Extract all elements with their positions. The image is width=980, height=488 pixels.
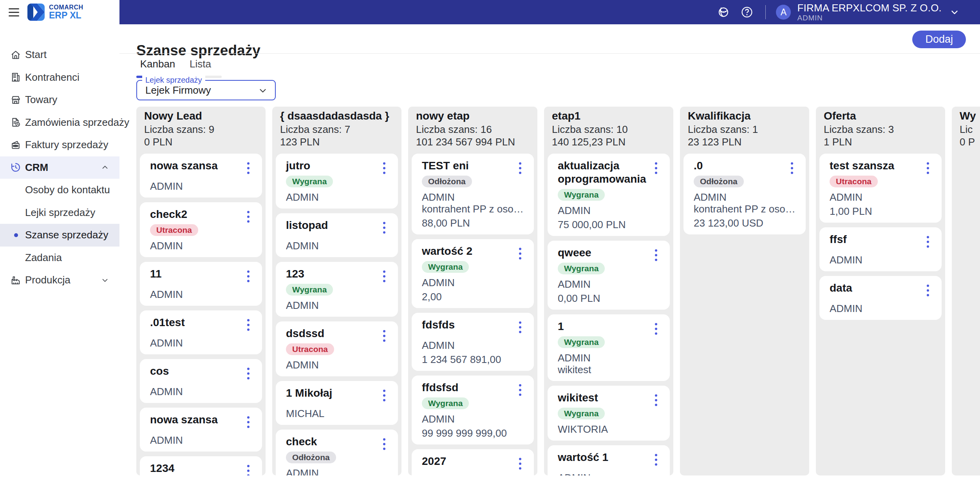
card-menu-button[interactable] — [242, 318, 254, 332]
kanban-card[interactable]: .0OdłożonaADMINkontrahent PP z osobami i… — [683, 154, 806, 234]
kanban-card[interactable]: TEST eniOdłożonaADMINkontrahent PP z oso… — [412, 154, 534, 234]
sidebar-item-osoby-do-kontaktu[interactable]: Osoby do kontaktu — [0, 179, 119, 201]
kanban-card[interactable]: listopadADMIN — [276, 213, 398, 257]
kanban-card[interactable]: qweeeWygranaADMIN0,00 PLN — [548, 241, 670, 310]
card-menu-button[interactable] — [378, 389, 390, 402]
help-icon[interactable] — [740, 5, 754, 19]
topbar-divider — [765, 5, 766, 19]
kanban-card[interactable]: dsdssdUtraconaADMIN — [276, 321, 398, 376]
card-menu-button[interactable] — [786, 161, 798, 175]
company-menu[interactable]: FIRMA ERPXLCOM SP. Z O.O. ADMIN — [797, 2, 942, 22]
kanban-card[interactable]: nowa szansaADMIN — [140, 154, 262, 198]
kanban-card[interactable]: .01testADMIN — [140, 310, 262, 354]
card-menu-button[interactable] — [378, 161, 390, 175]
kanban-card[interactable]: dataADMIN — [819, 276, 942, 320]
column-total-value: 140 125,23 PLN — [552, 136, 665, 148]
kanban-card[interactable]: 1WygranaADMINwikitest — [548, 314, 670, 381]
kanban-card[interactable]: check2UtraconaADMIN — [140, 202, 262, 257]
card-menu-button[interactable] — [378, 329, 390, 343]
card-menu-button[interactable] — [922, 235, 934, 249]
sidebar-item-start[interactable]: Start — [0, 44, 119, 66]
sidebar-item-faktury-sprzeda-y[interactable]: Faktury sprzedaży — [0, 134, 119, 156]
kanban-card[interactable]: ffsfADMIN — [819, 227, 942, 271]
kanban-card[interactable]: fdsfdsADMIN1 234 567 891,00 — [412, 313, 534, 371]
sidebar-item-towary[interactable]: Towary — [0, 89, 119, 111]
menu-hamburger-icon[interactable] — [9, 8, 19, 16]
status-badge: Wygrana — [422, 397, 469, 409]
kanban-card[interactable]: wartość 1ADMIN1,00 PLN — [548, 445, 670, 475]
card-menu-button[interactable] — [378, 221, 390, 234]
card-detail-line: ADMIN — [286, 467, 388, 475]
chevron-up-icon — [101, 163, 109, 172]
tab-lista[interactable]: Lista — [179, 58, 222, 76]
kanban-card[interactable]: test szanszaUtraconaADMIN1,00 PLN — [819, 154, 942, 223]
card-detail-line: kontrahent PP z osobami i zgo… — [422, 203, 524, 215]
card-menu-button[interactable] — [650, 453, 662, 466]
sidebar-item-lejki-sprzeda-y[interactable]: Lejki sprzedaży — [0, 201, 119, 224]
apps-icon[interactable] — [717, 5, 730, 19]
kanban-card[interactable]: 11ADMIN — [140, 262, 262, 306]
card-menu-button[interactable] — [514, 457, 526, 470]
card-menu-button[interactable] — [514, 247, 526, 260]
card-menu-button[interactable] — [514, 161, 526, 175]
card-menu-button[interactable] — [650, 394, 662, 407]
card-menu-button[interactable] — [378, 437, 390, 451]
sidebar-item-zam-wienia-sprzeda-y[interactable]: Zamówienia sprzedaży — [0, 111, 119, 134]
tab-kanban[interactable]: Kanban — [136, 58, 179, 76]
status-badge: Odłożona — [694, 176, 744, 187]
card-title: 1 — [558, 320, 642, 333]
card-menu-button[interactable] — [922, 161, 934, 175]
kanban-card[interactable]: wartość 2WygranaADMIN2,00 — [412, 239, 534, 308]
sidebar-item-crm[interactable]: CRM — [0, 156, 119, 179]
kanban-card[interactable]: 1 MikołajMICHAL — [276, 381, 398, 425]
card-menu-button[interactable] — [650, 249, 662, 262]
card-menu-button[interactable] — [242, 270, 254, 283]
card-menu-button[interactable] — [242, 161, 254, 175]
card-menu-button[interactable] — [514, 383, 526, 397]
column-title: nowy etap — [416, 109, 530, 123]
add-button[interactable]: Dodaj — [912, 31, 966, 48]
avatar[interactable]: A — [776, 5, 791, 20]
sidebar-item-szanse-sprzeda-y[interactable]: Szanse sprzedaży — [0, 224, 119, 247]
card-menu-button[interactable] — [242, 210, 254, 223]
status-badge-row: Odłożona — [694, 176, 796, 191]
status-badge-row: Wygrana — [558, 336, 660, 352]
sidebar-item-kontrahenci[interactable]: Kontrahenci — [0, 66, 119, 89]
card-menu-button[interactable] — [650, 322, 662, 336]
column-total-value: 23 123 PLN — [688, 136, 801, 148]
kanban-card[interactable]: ffdsfsdWygranaADMIN99 999 999 999,00 — [412, 376, 534, 444]
kanban-card[interactable]: checkOdłożonaADMINKKK7 — [276, 430, 398, 475]
column-title: Nowy Lead — [144, 109, 258, 123]
sidebar-item-zadania[interactable]: Zadania — [0, 247, 119, 269]
column-title: Oferta — [824, 109, 937, 123]
kanban-card[interactable]: 1234ADMIN — [140, 456, 262, 475]
column-count: Liczba szans: 9 — [144, 123, 258, 136]
card-value: 75 000,00 PLN — [558, 219, 660, 230]
sidebar-item-produkcja[interactable]: Produkcja — [0, 269, 119, 292]
card-title: .01test — [150, 316, 235, 329]
kanban-card[interactable]: wikitestWygranaWIKTORIA — [548, 386, 670, 441]
logo-line2: ERP XL — [49, 11, 83, 20]
kanban-card[interactable]: nowa szansaADMIN — [140, 408, 262, 452]
card-menu-button[interactable] — [242, 464, 254, 475]
funnel-select[interactable]: Lejek sprzedaży Lejek Firmowy — [136, 80, 276, 100]
chevron-down-icon[interactable] — [949, 7, 960, 17]
card-detail-line: ADMIN — [558, 352, 660, 364]
kanban-card[interactable]: 123WygranaADMIN — [276, 262, 398, 317]
sidebar-item-label: Start — [25, 49, 47, 61]
card-menu-button[interactable] — [514, 321, 526, 334]
kanban-card[interactable]: cosADMIN — [140, 359, 262, 403]
card-menu-button[interactable] — [650, 161, 662, 175]
column-count: Liczba szans: 3 — [824, 123, 937, 136]
card-menu-button[interactable] — [922, 284, 934, 297]
card-menu-button[interactable] — [242, 415, 254, 429]
card-menu-button[interactable] — [378, 270, 390, 283]
kanban-card[interactable]: jutroWygranaADMIN — [276, 154, 398, 209]
card-menu-button[interactable] — [242, 367, 254, 380]
card-detail-line: ADMIN — [286, 191, 388, 203]
kanban-card[interactable]: aktualizacja oprogramowaniaWygranaADMIN7… — [548, 154, 670, 236]
column-count: Liczba szans: 10 — [552, 123, 665, 136]
card-title: nowa szansa — [150, 159, 235, 172]
page-title: Szanse sprzedaży — [136, 42, 260, 59]
kanban-card[interactable]: 2027ADMIN — [412, 449, 534, 475]
